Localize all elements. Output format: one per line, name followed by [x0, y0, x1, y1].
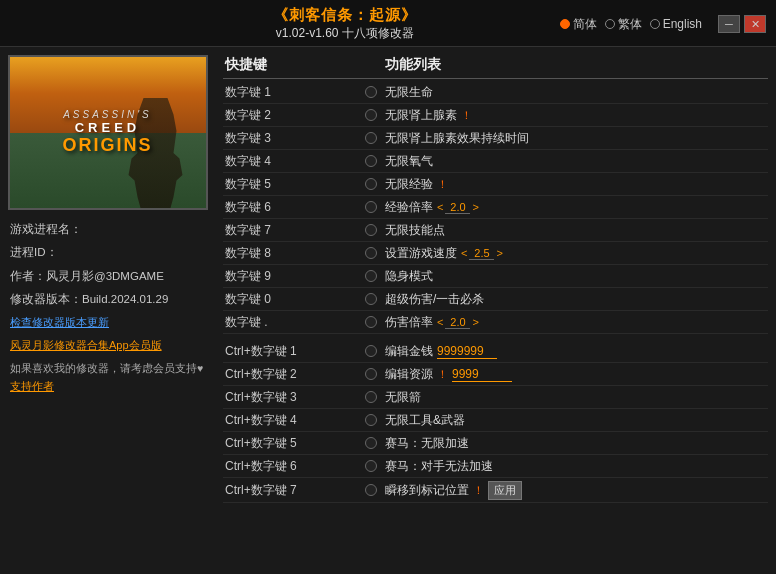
app-row[interactable]: 风灵月影修改器合集App会员版 — [10, 336, 205, 354]
radio-english — [650, 19, 660, 29]
value-decrease-btn[interactable]: < — [461, 247, 467, 259]
shortcut-key: Ctrl+数字键 6 — [225, 458, 365, 475]
shortcut-key: 数字键 1 — [225, 84, 365, 101]
feature-row: 数字键 8设置游戏速度<2.5> — [223, 242, 768, 265]
warn-icon: ！ — [437, 367, 448, 382]
feature-row: Ctrl+数字键 7瞬移到标记位置！应用 — [223, 478, 768, 503]
lang-traditional-label: 繁体 — [618, 16, 642, 33]
feature-row: Ctrl+数字键 3无限箭 — [223, 386, 768, 409]
value-increase-btn[interactable]: > — [472, 201, 478, 213]
close-button[interactable]: ✕ — [744, 15, 766, 33]
window-buttons: ─ ✕ — [718, 15, 766, 33]
minimize-button[interactable]: ─ — [718, 15, 740, 33]
feature-description: 无限氧气 — [385, 153, 766, 170]
shortcut-key: 数字键 3 — [225, 130, 365, 147]
feature-row: 数字键 0超级伤害/一击必杀 — [223, 288, 768, 311]
shortcut-key: Ctrl+数字键 3 — [225, 389, 365, 406]
lang-traditional[interactable]: 繁体 — [605, 16, 642, 33]
feature-toggle[interactable] — [365, 201, 377, 213]
feature-rows: 数字键 1无限生命数字键 2无限肾上腺素！数字键 3无限肾上腺素效果持续时间数字… — [223, 81, 768, 334]
info-section: 游戏进程名： 进程ID： 作者：风灵月影@3DMGAME 修改器版本：Build… — [0, 216, 215, 404]
input-value[interactable]: 9999999 — [437, 344, 497, 359]
value-control: <2.0> — [437, 201, 479, 214]
update-link[interactable]: 检查修改器版本更新 — [10, 316, 109, 328]
feature-description: 无限肾上腺素效果持续时间 — [385, 130, 766, 147]
author-row: 作者：风灵月影@3DMGAME — [10, 267, 205, 285]
feature-toggle[interactable] — [365, 224, 377, 236]
author-link[interactable]: 支持作者 — [10, 380, 54, 392]
shortcut-key: Ctrl+数字键 2 — [225, 366, 365, 383]
feature-col-header: 功能列表 — [385, 56, 766, 74]
game-cover: ASSASSIN'S CREED ORIGINS — [8, 55, 208, 210]
feature-toggle[interactable] — [365, 178, 377, 190]
feature-toggle[interactable] — [365, 132, 377, 144]
value-decrease-btn[interactable]: < — [437, 316, 443, 328]
main-title: 《刺客信条：起源》 — [130, 6, 560, 25]
process-label: 游戏进程名： — [10, 223, 82, 235]
feature-toggle[interactable] — [365, 109, 377, 121]
shortcut-key: Ctrl+数字键 1 — [225, 343, 365, 360]
shortcut-key: Ctrl+数字键 4 — [225, 412, 365, 429]
lang-english-label: English — [663, 17, 702, 31]
feature-row: 数字键 7无限技能点 — [223, 219, 768, 242]
feature-toggle[interactable] — [365, 316, 377, 328]
shortcut-key: Ctrl+数字键 5 — [225, 435, 365, 452]
ctrl-feature-rows: Ctrl+数字键 1编辑金钱9999999Ctrl+数字键 2编辑资源！9999… — [223, 340, 768, 503]
shortcut-key: 数字键 5 — [225, 176, 365, 193]
cover-creed-text: CREED — [62, 120, 152, 135]
right-panel: 快捷键 功能列表 数字键 1无限生命数字键 2无限肾上腺素！数字键 3无限肾上腺… — [215, 47, 776, 561]
lang-simplified[interactable]: 简体 — [560, 16, 597, 33]
author-label: 作者：风灵月影@3DMGAME — [10, 270, 164, 282]
feature-toggle[interactable] — [365, 270, 377, 282]
lang-options: 简体 繁体 English ─ ✕ — [560, 15, 766, 33]
cover-origins-text: ORIGINS — [62, 135, 152, 156]
value-number: 2.5 — [469, 247, 494, 260]
feature-row: Ctrl+数字键 2编辑资源！9999 — [223, 363, 768, 386]
feature-row: Ctrl+数字键 5赛马：无限加速 — [223, 432, 768, 455]
shortcut-col-header: 快捷键 — [225, 56, 365, 74]
feature-description: 无限经验！ — [385, 176, 766, 193]
feature-toggle[interactable] — [365, 414, 377, 426]
feature-toggle[interactable] — [365, 86, 377, 98]
feature-toggle[interactable] — [365, 484, 377, 496]
feature-toggle[interactable] — [365, 345, 377, 357]
cover-logo: ASSASSIN'S CREED ORIGINS — [62, 109, 152, 156]
feature-toggle[interactable] — [365, 247, 377, 259]
input-value[interactable]: 9999 — [452, 367, 512, 382]
feature-description: 无限技能点 — [385, 222, 766, 239]
feature-description: 编辑金钱9999999 — [385, 343, 766, 360]
feature-description: 无限生命 — [385, 84, 766, 101]
shortcut-key: 数字键 7 — [225, 222, 365, 239]
value-increase-btn[interactable]: > — [472, 316, 478, 328]
feature-description: 无限肾上腺素！ — [385, 107, 766, 124]
shortcut-key: 数字键 8 — [225, 245, 365, 262]
value-increase-btn[interactable]: > — [496, 247, 502, 259]
feature-row: 数字键 9隐身模式 — [223, 265, 768, 288]
feature-row: 数字键 4无限氧气 — [223, 150, 768, 173]
feature-toggle[interactable] — [365, 437, 377, 449]
feature-toggle[interactable] — [365, 155, 377, 167]
feature-toggle[interactable] — [365, 460, 377, 472]
process-name-row: 游戏进程名： — [10, 220, 205, 238]
support-row: 如果喜欢我的修改器，请考虑会员支持♥ 支持作者 — [10, 359, 205, 395]
radio-simplified — [560, 19, 570, 29]
feature-toggle[interactable] — [365, 391, 377, 403]
shortcut-key: 数字键 9 — [225, 268, 365, 285]
feature-toggle[interactable] — [365, 368, 377, 380]
update-row[interactable]: 检查修改器版本更新 — [10, 313, 205, 331]
sub-title: v1.02-v1.60 十八项修改器 — [130, 25, 560, 42]
apply-button[interactable]: 应用 — [488, 481, 522, 500]
shortcut-key: 数字键 2 — [225, 107, 365, 124]
shortcut-key: 数字键 4 — [225, 153, 365, 170]
value-control: <2.0> — [437, 316, 479, 329]
feature-row: Ctrl+数字键 6赛马：对手无法加速 — [223, 455, 768, 478]
value-decrease-btn[interactable]: < — [437, 201, 443, 213]
feature-description: 赛马：无限加速 — [385, 435, 766, 452]
radio-traditional — [605, 19, 615, 29]
app-link[interactable]: 风灵月影修改器合集App会员版 — [10, 339, 162, 351]
title-bar: 《刺客信条：起源》 v1.02-v1.60 十八项修改器 简体 繁体 Engli… — [0, 0, 776, 47]
feature-row: 数字键 5无限经验！ — [223, 173, 768, 196]
table-header: 快捷键 功能列表 — [223, 52, 768, 79]
lang-english[interactable]: English — [650, 17, 702, 31]
feature-toggle[interactable] — [365, 293, 377, 305]
